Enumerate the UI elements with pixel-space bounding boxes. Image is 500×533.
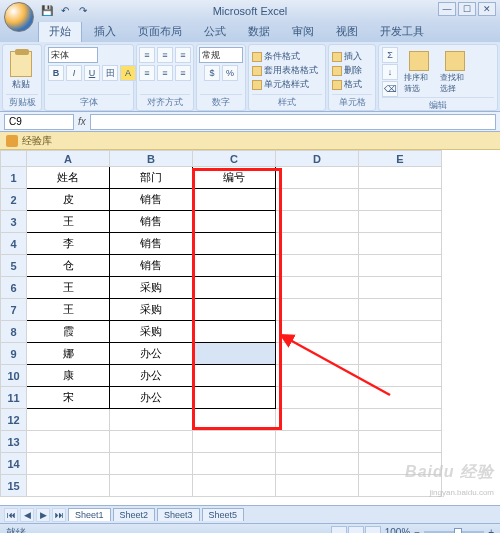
- cell[interactable]: [359, 211, 442, 233]
- cell[interactable]: 办公: [110, 343, 193, 365]
- sheet-tab[interactable]: Sheet3: [157, 508, 200, 521]
- close-button[interactable]: ✕: [478, 2, 496, 16]
- cell[interactable]: 销售: [110, 255, 193, 277]
- tab-insert[interactable]: 插入: [84, 21, 126, 42]
- cell[interactable]: [276, 255, 359, 277]
- cell[interactable]: [276, 277, 359, 299]
- table-format-button[interactable]: 套用表格格式: [252, 64, 318, 77]
- cell[interactable]: [193, 453, 276, 475]
- cell[interactable]: [276, 211, 359, 233]
- worksheet[interactable]: A B C D E 1 姓名 部门 编号 2 皮 销售 3 王 销售 4 李 销…: [0, 150, 500, 505]
- cell[interactable]: [276, 167, 359, 189]
- cell[interactable]: [359, 431, 442, 453]
- qat-save-icon[interactable]: 💾: [40, 3, 54, 17]
- autosum-icon[interactable]: Σ: [382, 47, 398, 63]
- cell[interactable]: [359, 475, 442, 497]
- cond-format-button[interactable]: 条件格式: [252, 50, 318, 63]
- cell[interactable]: [276, 431, 359, 453]
- cell[interactable]: 皮: [27, 189, 110, 211]
- col-header-A[interactable]: A: [27, 151, 110, 167]
- minimize-button[interactable]: —: [438, 2, 456, 16]
- align-right-icon[interactable]: ≡: [175, 65, 191, 81]
- cell[interactable]: [276, 453, 359, 475]
- cell[interactable]: [27, 475, 110, 497]
- align-top-icon[interactable]: ≡: [139, 47, 155, 63]
- row-header[interactable]: 1: [1, 167, 27, 189]
- cell[interactable]: [276, 299, 359, 321]
- cell[interactable]: 霞: [27, 321, 110, 343]
- cell[interactable]: [276, 475, 359, 497]
- row-header[interactable]: 9: [1, 343, 27, 365]
- row-header[interactable]: 12: [1, 409, 27, 431]
- currency-icon[interactable]: $: [204, 65, 220, 81]
- cell[interactable]: [276, 343, 359, 365]
- row-header[interactable]: 3: [1, 211, 27, 233]
- cell[interactable]: [193, 233, 276, 255]
- sheet-tab[interactable]: Sheet1: [68, 508, 111, 521]
- cell[interactable]: [27, 453, 110, 475]
- paste-button[interactable]: 粘贴: [6, 51, 36, 91]
- cell[interactable]: [276, 321, 359, 343]
- cell[interactable]: 采购: [110, 277, 193, 299]
- sort-filter-button[interactable]: 排序和筛选: [404, 51, 434, 94]
- cell[interactable]: [276, 189, 359, 211]
- cell[interactable]: [359, 409, 442, 431]
- cell[interactable]: [193, 475, 276, 497]
- number-format-select[interactable]: 常规: [199, 47, 243, 63]
- cell[interactable]: [193, 299, 276, 321]
- cell[interactable]: [193, 189, 276, 211]
- cell[interactable]: [359, 189, 442, 211]
- format-button[interactable]: 格式: [332, 78, 362, 91]
- cell[interactable]: [27, 409, 110, 431]
- cell[interactable]: 部门: [110, 167, 193, 189]
- cell[interactable]: [276, 409, 359, 431]
- view-layout-icon[interactable]: [348, 526, 364, 534]
- font-select[interactable]: 宋体: [48, 47, 98, 63]
- view-break-icon[interactable]: [365, 526, 381, 534]
- tab-formulas[interactable]: 公式: [194, 21, 236, 42]
- cell[interactable]: [359, 343, 442, 365]
- cell[interactable]: 娜: [27, 343, 110, 365]
- sheet-nav-prev[interactable]: ◀: [20, 508, 34, 522]
- cell[interactable]: [193, 211, 276, 233]
- row-header[interactable]: 11: [1, 387, 27, 409]
- view-normal-icon[interactable]: [331, 526, 347, 534]
- row-header[interactable]: 8: [1, 321, 27, 343]
- tab-layout[interactable]: 页面布局: [128, 21, 192, 42]
- cell[interactable]: 康: [27, 365, 110, 387]
- name-box[interactable]: C9: [4, 114, 74, 130]
- tab-view[interactable]: 视图: [326, 21, 368, 42]
- align-center-icon[interactable]: ≡: [157, 65, 173, 81]
- cell[interactable]: [276, 365, 359, 387]
- sheet-tab[interactable]: Sheet5: [202, 508, 245, 521]
- cell[interactable]: 王: [27, 277, 110, 299]
- row-header[interactable]: 15: [1, 475, 27, 497]
- formula-bar[interactable]: [90, 114, 496, 130]
- cell[interactable]: [193, 409, 276, 431]
- tab-review[interactable]: 审阅: [282, 21, 324, 42]
- col-header-D[interactable]: D: [276, 151, 359, 167]
- fill-color-button[interactable]: A: [120, 65, 136, 81]
- cell[interactable]: [359, 233, 442, 255]
- row-header[interactable]: 13: [1, 431, 27, 453]
- maximize-button[interactable]: ☐: [458, 2, 476, 16]
- cell[interactable]: 仓: [27, 255, 110, 277]
- cell[interactable]: [193, 321, 276, 343]
- cell[interactable]: 办公: [110, 387, 193, 409]
- cell-style-button[interactable]: 单元格样式: [252, 78, 318, 91]
- align-left-icon[interactable]: ≡: [139, 65, 155, 81]
- clear-icon[interactable]: ⌫: [382, 81, 398, 97]
- row-header[interactable]: 7: [1, 299, 27, 321]
- row-header[interactable]: 2: [1, 189, 27, 211]
- cell[interactable]: [27, 431, 110, 453]
- row-header[interactable]: 4: [1, 233, 27, 255]
- cell[interactable]: 办公: [110, 365, 193, 387]
- cell[interactable]: 姓名: [27, 167, 110, 189]
- row-header[interactable]: 10: [1, 365, 27, 387]
- cell[interactable]: 编号: [193, 167, 276, 189]
- cell[interactable]: [110, 409, 193, 431]
- align-bot-icon[interactable]: ≡: [175, 47, 191, 63]
- row-header[interactable]: 14: [1, 453, 27, 475]
- underline-button[interactable]: U: [84, 65, 100, 81]
- tab-home[interactable]: 开始: [38, 20, 82, 42]
